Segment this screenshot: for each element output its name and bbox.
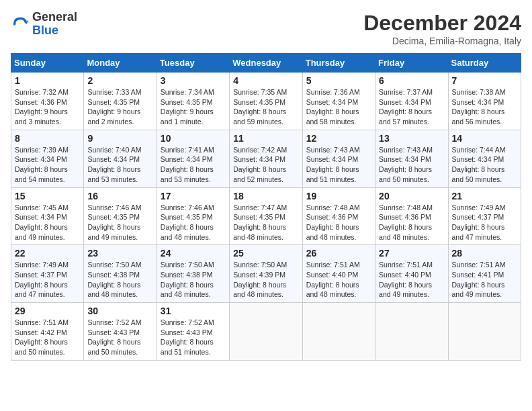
logo-text: General Blue	[32, 11, 77, 38]
day-number: 9	[87, 133, 152, 144]
calendar-cell: 20 Sunrise: 7:48 AMSunset: 4:36 PMDaylig…	[375, 187, 448, 245]
calendar-week-row: 1 Sunrise: 7:32 AMSunset: 4:36 PMDayligh…	[11, 73, 521, 130]
month-title: December 2024	[363, 11, 521, 36]
day-number: 20	[379, 191, 444, 201]
day-number: 12	[306, 133, 371, 144]
day-number: 23	[87, 248, 152, 259]
column-header-tuesday: Tuesday	[157, 54, 229, 73]
day-number: 22	[15, 248, 80, 259]
day-number: 8	[15, 133, 80, 144]
cell-content: Sunrise: 7:43 AMSunset: 4:34 PMDaylight:…	[306, 145, 371, 185]
cell-content: Sunrise: 7:52 AMSunset: 4:43 PMDaylight:…	[87, 318, 152, 357]
calendar-cell: 13 Sunrise: 7:43 AMSunset: 4:34 PMDaylig…	[375, 130, 448, 187]
calendar-cell: 14 Sunrise: 7:44 AMSunset: 4:34 PMDaylig…	[448, 130, 521, 187]
cell-content: Sunrise: 7:33 AMSunset: 4:35 PMDaylight:…	[87, 87, 152, 127]
calendar-cell: 5 Sunrise: 7:36 AMSunset: 4:34 PMDayligh…	[302, 73, 375, 130]
column-header-monday: Monday	[84, 54, 157, 73]
page-header: General Blue December 2024 Decima, Emili…	[11, 11, 521, 46]
cell-content: Sunrise: 7:50 AMSunset: 4:38 PMDaylight:…	[161, 260, 226, 300]
day-number: 30	[87, 306, 152, 316]
day-number: 14	[452, 133, 517, 144]
cell-content: Sunrise: 7:52 AMSunset: 4:43 PMDaylight:…	[161, 318, 226, 357]
cell-content: Sunrise: 7:32 AMSunset: 4:36 PMDaylight:…	[15, 87, 80, 127]
calendar-cell: 10 Sunrise: 7:41 AMSunset: 4:34 PMDaylig…	[157, 130, 229, 187]
cell-content: Sunrise: 7:44 AMSunset: 4:34 PMDaylight:…	[452, 145, 517, 185]
cell-content: Sunrise: 7:46 AMSunset: 4:35 PMDaylight:…	[161, 203, 226, 242]
cell-content: Sunrise: 7:49 AMSunset: 4:37 PMDaylight:…	[452, 203, 517, 242]
day-number: 26	[306, 248, 371, 259]
calendar-header-row: SundayMondayTuesdayWednesdayThursdayFrid…	[11, 54, 521, 73]
cell-content: Sunrise: 7:47 AMSunset: 4:35 PMDaylight:…	[233, 203, 298, 242]
location-subtitle: Decima, Emilia-Romagna, Italy	[363, 36, 521, 46]
day-number: 13	[379, 133, 444, 144]
calendar-cell: 23 Sunrise: 7:50 AMSunset: 4:38 PMDaylig…	[84, 245, 157, 303]
day-number: 1	[15, 75, 80, 86]
calendar-cell: 2 Sunrise: 7:33 AMSunset: 4:35 PMDayligh…	[84, 73, 157, 130]
cell-content: Sunrise: 7:41 AMSunset: 4:34 PMDaylight:…	[161, 145, 226, 185]
day-number: 2	[87, 75, 152, 86]
cell-content: Sunrise: 7:45 AMSunset: 4:34 PMDaylight:…	[15, 203, 80, 242]
day-number: 29	[15, 306, 80, 316]
day-number: 27	[379, 248, 444, 259]
calendar-table: SundayMondayTuesdayWednesdayThursdayFrid…	[11, 53, 521, 361]
calendar-cell: 4 Sunrise: 7:35 AMSunset: 4:35 PMDayligh…	[230, 73, 302, 130]
column-header-sunday: Sunday	[11, 54, 84, 73]
day-number: 25	[233, 248, 298, 259]
calendar-cell: 31 Sunrise: 7:52 AMSunset: 4:43 PMDaylig…	[157, 303, 229, 361]
calendar-week-row: 15 Sunrise: 7:45 AMSunset: 4:34 PMDaylig…	[11, 187, 521, 245]
day-number: 31	[161, 306, 226, 316]
calendar-cell: 18 Sunrise: 7:47 AMSunset: 4:35 PMDaylig…	[230, 187, 302, 245]
cell-content: Sunrise: 7:48 AMSunset: 4:36 PMDaylight:…	[379, 203, 444, 242]
day-number: 16	[87, 191, 152, 201]
calendar-cell: 27 Sunrise: 7:51 AMSunset: 4:40 PMDaylig…	[375, 245, 448, 303]
calendar-cell: 17 Sunrise: 7:46 AMSunset: 4:35 PMDaylig…	[157, 187, 229, 245]
calendar-cell	[375, 303, 448, 361]
calendar-cell: 24 Sunrise: 7:50 AMSunset: 4:38 PMDaylig…	[157, 245, 229, 303]
day-number: 11	[233, 133, 298, 144]
day-number: 7	[452, 75, 517, 86]
day-number: 4	[233, 75, 298, 86]
cell-content: Sunrise: 7:46 AMSunset: 4:35 PMDaylight:…	[87, 203, 152, 242]
day-number: 24	[161, 248, 226, 259]
cell-content: Sunrise: 7:51 AMSunset: 4:40 PMDaylight:…	[306, 260, 371, 300]
calendar-cell	[448, 303, 521, 361]
cell-content: Sunrise: 7:48 AMSunset: 4:36 PMDaylight:…	[306, 203, 371, 242]
calendar-cell: 30 Sunrise: 7:52 AMSunset: 4:43 PMDaylig…	[84, 303, 157, 361]
day-number: 5	[306, 75, 371, 86]
day-number: 21	[452, 191, 517, 201]
cell-content: Sunrise: 7:35 AMSunset: 4:35 PMDaylight:…	[233, 87, 298, 127]
calendar-cell: 15 Sunrise: 7:45 AMSunset: 4:34 PMDaylig…	[11, 187, 84, 245]
calendar-week-row: 22 Sunrise: 7:49 AMSunset: 4:37 PMDaylig…	[11, 245, 521, 303]
calendar-cell: 1 Sunrise: 7:32 AMSunset: 4:36 PMDayligh…	[11, 73, 84, 130]
calendar-week-row: 8 Sunrise: 7:39 AMSunset: 4:34 PMDayligh…	[11, 130, 521, 187]
logo-blue-text: Blue	[32, 24, 58, 37]
calendar-cell: 16 Sunrise: 7:46 AMSunset: 4:35 PMDaylig…	[84, 187, 157, 245]
cell-content: Sunrise: 7:38 AMSunset: 4:34 PMDaylight:…	[452, 87, 517, 127]
cell-content: Sunrise: 7:37 AMSunset: 4:34 PMDaylight:…	[379, 87, 444, 127]
day-number: 18	[233, 191, 298, 201]
cell-content: Sunrise: 7:49 AMSunset: 4:37 PMDaylight:…	[15, 260, 80, 300]
calendar-cell: 3 Sunrise: 7:34 AMSunset: 4:35 PMDayligh…	[157, 73, 229, 130]
day-number: 19	[306, 191, 371, 201]
calendar-cell: 19 Sunrise: 7:48 AMSunset: 4:36 PMDaylig…	[302, 187, 375, 245]
day-number: 3	[161, 75, 226, 86]
cell-content: Sunrise: 7:51 AMSunset: 4:40 PMDaylight:…	[379, 260, 444, 300]
cell-content: Sunrise: 7:40 AMSunset: 4:34 PMDaylight:…	[87, 145, 152, 185]
cell-content: Sunrise: 7:43 AMSunset: 4:34 PMDaylight:…	[379, 145, 444, 185]
cell-content: Sunrise: 7:34 AMSunset: 4:35 PMDaylight:…	[161, 87, 226, 127]
calendar-cell: 28 Sunrise: 7:51 AMSunset: 4:41 PMDaylig…	[448, 245, 521, 303]
calendar-cell: 29 Sunrise: 7:51 AMSunset: 4:42 PMDaylig…	[11, 303, 84, 361]
calendar-cell: 12 Sunrise: 7:43 AMSunset: 4:34 PMDaylig…	[302, 130, 375, 187]
logo-general-text: General	[32, 10, 77, 24]
calendar-cell: 7 Sunrise: 7:38 AMSunset: 4:34 PMDayligh…	[448, 73, 521, 130]
cell-content: Sunrise: 7:51 AMSunset: 4:42 PMDaylight:…	[15, 318, 80, 357]
day-number: 28	[452, 248, 517, 259]
calendar-cell	[230, 303, 302, 361]
title-block: December 2024 Decima, Emilia-Romagna, It…	[363, 11, 521, 46]
cell-content: Sunrise: 7:36 AMSunset: 4:34 PMDaylight:…	[306, 87, 371, 127]
cell-content: Sunrise: 7:51 AMSunset: 4:41 PMDaylight:…	[452, 260, 517, 300]
column-header-thursday: Thursday	[302, 54, 375, 73]
day-number: 17	[161, 191, 226, 201]
calendar-week-row: 29 Sunrise: 7:51 AMSunset: 4:42 PMDaylig…	[11, 303, 521, 361]
cell-content: Sunrise: 7:50 AMSunset: 4:38 PMDaylight:…	[87, 260, 152, 300]
